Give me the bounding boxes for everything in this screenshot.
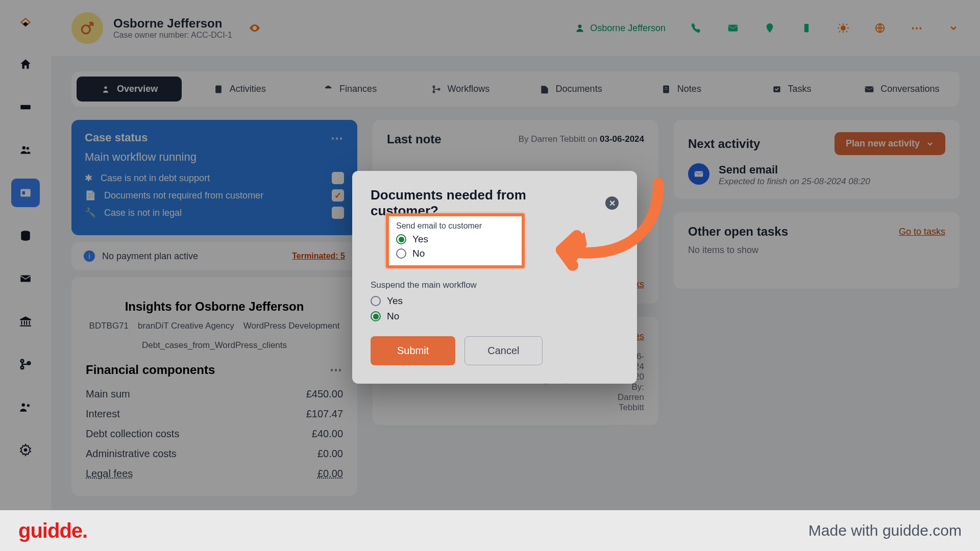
- radio-icon: [396, 248, 406, 259]
- close-icon[interactable]: ✕: [605, 196, 619, 210]
- submit-button[interactable]: Submit: [371, 336, 455, 365]
- suspend-workflow-label: Suspend the main workflow: [371, 280, 619, 290]
- radio-icon: [396, 234, 406, 244]
- cancel-button[interactable]: Cancel: [464, 336, 542, 365]
- suspend-no-radio[interactable]: No: [371, 311, 619, 322]
- documents-needed-modal: Documents needed from customer? ✕ Suspen…: [352, 171, 637, 384]
- send-email-label: Send email to customer: [396, 221, 514, 231]
- guidde-logo: guidde.: [18, 519, 87, 542]
- guidde-attribution: Made with guidde.com: [808, 522, 962, 539]
- radio-icon: [371, 296, 381, 306]
- guidde-footer: guidde. Made with guidde.com: [0, 510, 980, 551]
- radio-icon: [371, 311, 381, 321]
- suspend-yes-radio[interactable]: Yes: [371, 295, 619, 307]
- send-email-yes-radio[interactable]: Yes: [396, 234, 514, 245]
- tutorial-highlight: Send email to customer Yes No: [386, 213, 525, 268]
- send-email-no-radio[interactable]: No: [396, 248, 514, 259]
